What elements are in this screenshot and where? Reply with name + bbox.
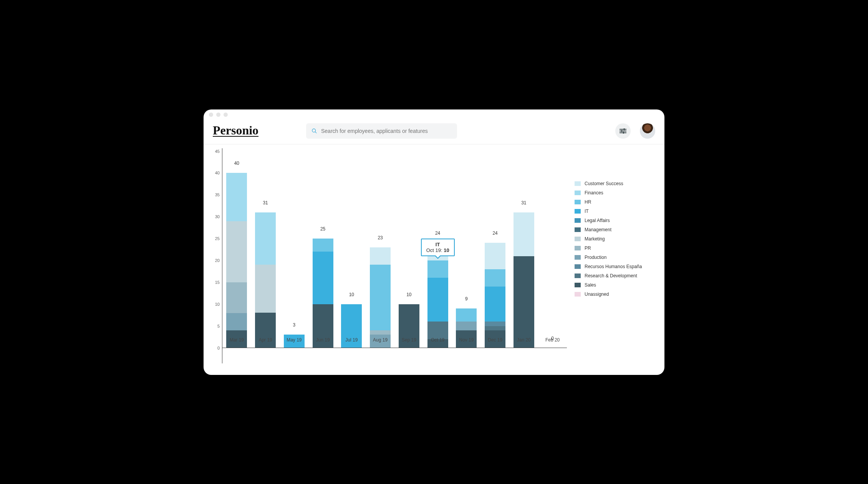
chart-bar-segment[interactable]	[485, 287, 505, 322]
chart-bar-column[interactable]: 9Nov 19	[452, 151, 481, 348]
chart-bar-segment[interactable]	[514, 212, 534, 256]
svg-line-1	[315, 131, 316, 133]
chart-bar-segment[interactable]	[427, 260, 448, 278]
content-area: 051015202530354045 40Mar 1931Apr 193May …	[204, 144, 664, 375]
search-input[interactable]	[321, 128, 452, 134]
chart-bar-segment[interactable]	[370, 265, 391, 330]
chart-bar-stack	[226, 173, 247, 348]
svg-rect-2	[620, 129, 626, 129]
svg-rect-7	[623, 132, 624, 134]
logo: Personio	[213, 125, 258, 137]
legend-label: HR	[585, 199, 591, 205]
chart-bar-segment[interactable]	[370, 330, 391, 335]
chart-ytick: 40	[215, 171, 220, 175]
chart-bar-segment[interactable]	[226, 173, 247, 221]
legend-item[interactable]: Unassigned	[575, 290, 655, 299]
chart-bar-column[interactable]: 10Sep 19	[395, 151, 424, 348]
chart-bar-segment[interactable]	[313, 252, 333, 304]
chart-bar-total-label: 24	[423, 230, 452, 237]
legend-item[interactable]: Production	[575, 253, 655, 262]
legend-item[interactable]: PR	[575, 244, 655, 253]
chart-bar-column[interactable]: 3May 19	[280, 151, 309, 348]
chart-xtick: Sep 19	[395, 337, 424, 343]
chart-bar-segment[interactable]	[226, 221, 247, 282]
chart-bars: 40Mar 1931Apr 193May 1925Jun 1910Jul 192…	[222, 151, 567, 348]
chart-bar-segment[interactable]	[485, 269, 505, 287]
chart: 051015202530354045 40Mar 1931Apr 193May …	[207, 148, 567, 363]
legend-item[interactable]: Marketing	[575, 234, 655, 244]
legend-swatch	[575, 283, 581, 287]
chart-ytick: 30	[215, 214, 220, 219]
avatar[interactable]	[640, 123, 655, 139]
svg-point-0	[312, 129, 316, 132]
legend-label: Customer Success	[585, 181, 623, 186]
chart-bar-segment[interactable]	[427, 322, 448, 339]
chart-bar-total-label: 40	[222, 161, 251, 167]
chart-bar-column[interactable]: 10Jul 19	[337, 151, 366, 348]
legend-label: Marketing	[585, 236, 605, 242]
settings-button[interactable]	[615, 123, 631, 139]
chart-xtick: May 19	[280, 337, 309, 343]
legend-item[interactable]: Research & Development	[575, 271, 655, 280]
tooltip-series: IT	[426, 242, 449, 247]
legend-item[interactable]: Finances	[575, 188, 655, 197]
chart-xtick: Jun 19	[308, 337, 337, 343]
chart-ytick: 25	[215, 236, 220, 241]
legend-swatch	[575, 200, 581, 204]
legend-item[interactable]: IT	[575, 207, 655, 216]
chart-xtick: Mar 19	[222, 337, 251, 343]
chart-bar-column[interactable]: 31Jan 20	[510, 151, 538, 348]
chart-bar-segment[interactable]	[255, 265, 276, 313]
chart-bar-segment[interactable]	[485, 322, 505, 326]
chart-bar-total-label: 31	[510, 200, 538, 206]
chart-bar-segment[interactable]	[226, 313, 247, 331]
legend-swatch	[575, 237, 581, 241]
chart-bar-column[interactable]: 31Apr 19	[251, 151, 280, 348]
chart-bar-column[interactable]: 25Jun 19	[308, 151, 337, 348]
legend-label: Production	[585, 255, 606, 260]
legend-item[interactable]: Customer Success	[575, 179, 655, 188]
window-control-minimize[interactable]	[216, 113, 220, 117]
svg-rect-3	[624, 128, 625, 130]
chart-bar-column[interactable]: 23Aug 19	[366, 151, 395, 348]
chart-bar-segment[interactable]	[485, 326, 505, 330]
chart-bar-column[interactable]: 40Mar 19	[222, 151, 251, 348]
search-box[interactable]	[306, 123, 457, 139]
legend-item[interactable]: Sales	[575, 280, 655, 290]
legend-label: Management	[585, 227, 611, 232]
svg-rect-4	[620, 131, 626, 131]
chart-bar-total-label: 24	[481, 230, 510, 237]
chart-bar-segment[interactable]	[255, 313, 276, 348]
chart-bar-stack	[313, 239, 333, 348]
chart-bar-column[interactable]: 0Feb 20	[538, 151, 567, 348]
chart-xaxis-line	[222, 348, 567, 348]
legend-item[interactable]: Legal Affairs	[575, 216, 655, 225]
chart-bar-segment[interactable]	[514, 256, 534, 348]
chart-bar-total-label: 3	[280, 322, 309, 328]
chart-bar-segment[interactable]	[255, 212, 276, 265]
chart-xtick: Jan 20	[510, 337, 538, 343]
tooltip-category: Oct 19:	[426, 247, 444, 253]
chart-bar-segment[interactable]	[456, 322, 477, 330]
chart-bar-segment[interactable]	[456, 308, 477, 322]
legend-swatch	[575, 227, 581, 232]
chart-bar-column[interactable]: 24Oct 19ITOct 19: 10	[423, 151, 452, 348]
legend-label: Finances	[585, 190, 603, 196]
legend-label: Unassigned	[585, 292, 609, 297]
chart-bar-column[interactable]: 24Dec 19	[481, 151, 510, 348]
window-control-maximize[interactable]	[224, 113, 228, 117]
legend-item[interactable]: Management	[575, 225, 655, 234]
chart-bar-segment[interactable]	[485, 243, 505, 269]
chart-bar-segment[interactable]	[226, 282, 247, 313]
window-control-close[interactable]	[209, 113, 213, 117]
legend-item[interactable]: HR	[575, 197, 655, 207]
chart-bar-total-label: 10	[395, 292, 424, 298]
legend-swatch	[575, 264, 581, 269]
tooltip-value: 10	[444, 247, 449, 253]
chart-bar-segment[interactable]	[370, 247, 391, 265]
chart-bar-segment[interactable]	[427, 278, 448, 322]
chart-xtick: Nov 19	[452, 337, 481, 343]
legend-item[interactable]: Recursos Humanos España	[575, 262, 655, 271]
chart-bar-segment[interactable]	[313, 239, 333, 252]
chart-bar-stack	[514, 212, 534, 348]
